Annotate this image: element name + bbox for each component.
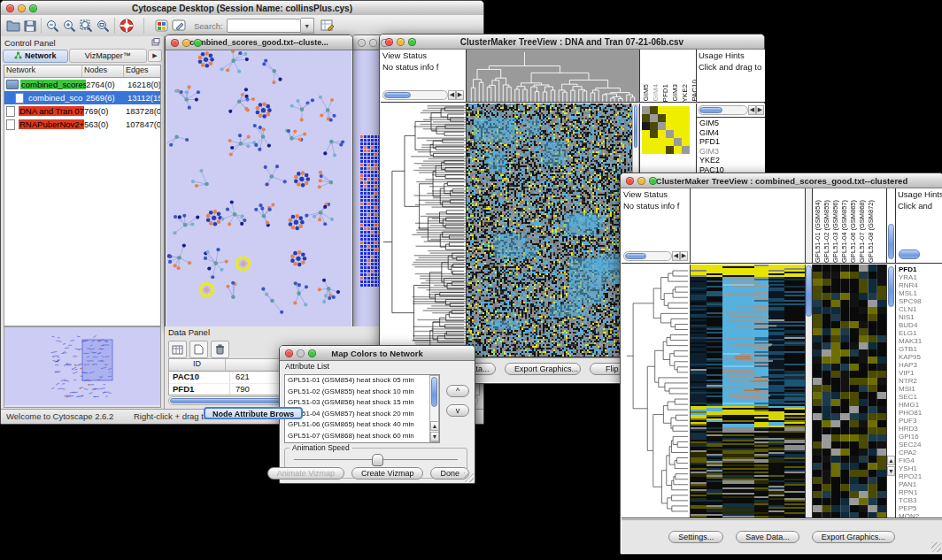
- close-button[interactable]: [385, 38, 393, 46]
- gene-label[interactable]: SPC98: [899, 297, 942, 305]
- tv1-heatmap-canvas[interactable]: [467, 104, 632, 357]
- gene-label[interactable]: YRA1: [899, 273, 942, 281]
- tv1-heatmap[interactable]: [467, 104, 640, 357]
- gene-label[interactable]: MON2: [899, 512, 942, 518]
- column-label[interactable]: GIM3: [671, 84, 680, 102]
- gene-label[interactable]: BUD4: [899, 321, 942, 329]
- scroll-thumb[interactable]: [888, 266, 894, 307]
- tv2-column-tree-area[interactable]: [691, 188, 806, 264]
- tv1-gene-tree-canvas[interactable]: [381, 104, 466, 357]
- attribute-list-item[interactable]: GPL51-04 (GSM857) heat shock 20 min: [288, 409, 439, 420]
- gene-label[interactable]: NTR2: [899, 377, 942, 385]
- column-label[interactable]: GIM5: [642, 84, 651, 102]
- gene-label[interactable]: TCB3: [899, 496, 942, 504]
- tv2-zoom-heatmap-canvas[interactable]: [813, 265, 886, 518]
- attribute-list-item[interactable]: GPL51-02 (GSM855) heat shock 10 min: [288, 387, 439, 398]
- tv2-labels-vscroll[interactable]: [887, 188, 896, 264]
- minimize-button[interactable]: [637, 177, 645, 185]
- gene-label[interactable]: YSH1: [899, 464, 942, 472]
- network-list-row[interactable]: combined_scores2764(0)16218(0): [4, 78, 160, 91]
- birdseye-view[interactable]: [4, 326, 161, 408]
- scroll-right-arrow[interactable]: ▶: [456, 90, 464, 100]
- tv2-gene-dendrogram[interactable]: [622, 265, 691, 518]
- zoom-button[interactable]: [308, 349, 316, 357]
- minimize-button[interactable]: [18, 4, 26, 12]
- gene-label[interactable]: PEP5: [899, 504, 942, 512]
- scroll-left-arrow[interactable]: ◀: [748, 105, 756, 115]
- save-icon[interactable]: [21, 18, 38, 34]
- column-label[interactable]: YKE2: [681, 84, 690, 102]
- tv2-heatmap-canvas[interactable]: [691, 265, 805, 518]
- column-label[interactable]: GPL51-06 (GSM865): [849, 200, 858, 263]
- attribute-list-item[interactable]: GPL51-01 (GSM854) heat shock 05 min: [288, 375, 439, 387]
- column-label[interactable]: GPL51-01 (GSM854): [814, 200, 822, 263]
- column-label[interactable]: GPL51-08 (GSM872): [867, 200, 876, 263]
- search-dropdown-button[interactable]: ▼: [301, 18, 314, 34]
- scroll-thumb[interactable]: [899, 249, 920, 259]
- tab-network[interactable]: Network: [3, 50, 68, 63]
- new-attribute-icon[interactable]: [189, 341, 208, 358]
- zoom-selected-icon[interactable]: [95, 18, 112, 34]
- gene-label[interactable]: ELG1: [899, 329, 942, 337]
- zoom-button[interactable]: [29, 4, 37, 12]
- close-button[interactable]: [171, 39, 179, 47]
- attribute-table-icon[interactable]: [168, 341, 187, 358]
- column-label[interactable]: GPL51-03 (GSM856): [831, 200, 840, 263]
- animate-vizmap-button[interactable]: Animate Vizmap: [267, 467, 344, 479]
- tv2-zoom-vscroll[interactable]: ▲ ▼: [887, 265, 896, 518]
- zoom-button[interactable]: [649, 177, 657, 185]
- column-label[interactable]: PFD1: [661, 84, 670, 102]
- export-graphics-button[interactable]: Export Graphics...: [812, 531, 895, 543]
- close-button[interactable]: [358, 39, 366, 47]
- tv1-status-scrollbar[interactable]: ◀▶: [382, 89, 464, 100]
- gene-label[interactable]: CPA2: [899, 449, 942, 456]
- scroll-right-arrow[interactable]: ▶: [756, 105, 764, 115]
- gene-label[interactable]: YKE2: [699, 156, 765, 165]
- gene-label[interactable]: CLN1: [899, 305, 942, 313]
- tab-overflow-button[interactable]: ▶: [148, 50, 162, 62]
- tv1-column-dendrogram[interactable]: [467, 50, 640, 103]
- dialog-titlebar[interactable]: Map Colors to Network: [280, 346, 475, 361]
- scroll-right-arrow[interactable]: ▶: [680, 251, 688, 261]
- minimize-button[interactable]: [369, 39, 377, 47]
- network-list-row[interactable]: combined_sco2569(6)13112(15): [4, 91, 160, 104]
- move-down-button[interactable]: v: [446, 404, 469, 417]
- zoom-fit-icon[interactable]: [78, 18, 95, 34]
- gene-label[interactable]: GIM3: [699, 147, 765, 157]
- node-attribute-browser-tab[interactable]: Node Attribute Brows: [204, 407, 303, 419]
- close-button[interactable]: [285, 349, 293, 357]
- scroll-down-arrow[interactable]: ▼: [887, 466, 895, 476]
- scroll-thumb[interactable]: [634, 105, 637, 148]
- gene-label[interactable]: SEC1: [899, 393, 942, 401]
- annotation-icon[interactable]: [170, 18, 187, 34]
- tv2-gene-tree-canvas[interactable]: [622, 265, 690, 518]
- birdseye-canvas[interactable]: [4, 327, 160, 405]
- gene-label[interactable]: GTB1: [899, 345, 942, 353]
- gene-label[interactable]: RPN1: [899, 488, 942, 496]
- gene-label[interactable]: SEC24: [899, 441, 942, 449]
- resize-grip[interactable]: [931, 542, 941, 552]
- search-input[interactable]: [227, 19, 301, 33]
- open-file-icon[interactable]: [4, 18, 21, 34]
- scroll-thumb[interactable]: [431, 377, 437, 407]
- save-data-button[interactable]: Save Data...: [736, 531, 799, 543]
- speed-slider-thumb[interactable]: [372, 454, 383, 466]
- gene-label[interactable]: MAK31: [899, 337, 942, 345]
- scroll-left-arrow[interactable]: ◀: [448, 90, 456, 100]
- scroll-left-arrow[interactable]: ◀: [672, 251, 680, 261]
- gene-label[interactable]: PHO81: [899, 409, 942, 417]
- gene-label[interactable]: RNR4: [899, 281, 942, 289]
- delete-attribute-icon[interactable]: [211, 341, 229, 358]
- tv1-genelist-scrollbar[interactable]: ◀▶: [698, 104, 764, 115]
- settings-button[interactable]: Settings...: [668, 531, 723, 543]
- resize-grip[interactable]: [464, 472, 474, 482]
- gene-label[interactable]: VIP1: [899, 369, 942, 377]
- tv2-status-scrollbar[interactable]: ◀▶: [623, 250, 688, 261]
- float-panel-icon[interactable]: [151, 38, 160, 48]
- network-list-row[interactable]: DNA and Tran 07769(0)183728(0): [4, 104, 160, 118]
- close-button[interactable]: [6, 4, 14, 12]
- scroll-thumb[interactable]: [806, 265, 812, 317]
- gene-label[interactable]: NIS1: [899, 313, 942, 321]
- col-network[interactable]: Network: [4, 65, 82, 77]
- gene-label[interactable]: MSL1: [899, 289, 942, 297]
